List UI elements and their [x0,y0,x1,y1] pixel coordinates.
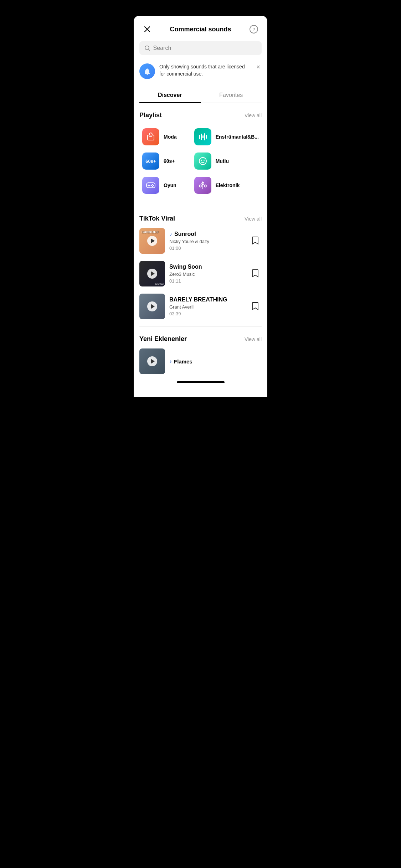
yeni-eklenenler-section-header: Yeni Eklenenler View all [134,335,267,348]
song-thumb-swing-soon: 03M032 [139,261,165,286]
song-artist-sunroof: Nicky Youre & dazy [169,239,245,244]
divider-2 [139,326,262,327]
preview-title: Flames [174,358,192,365]
svg-rect-13 [206,135,207,139]
playlist-item-sixties[interactable]: 60s+ 60s+ [139,149,191,173]
home-indicator [177,381,225,383]
song-title-sunroof: Sunroof [174,231,196,237]
tabs-container: Discover Favorites [139,88,262,103]
search-bar[interactable] [139,41,262,55]
svg-rect-7 [148,135,154,140]
bookmark-button-barely-breathing[interactable] [249,300,262,313]
playlist-thumb-elektronik [194,177,211,194]
svg-point-14 [199,157,206,165]
playlist-grid: Moda Enstrümantal&B... 60s+ 60s+ [134,125,267,197]
yeni-eklenenler-view-all[interactable]: View all [245,336,262,342]
preview-thumb [139,348,165,374]
svg-point-26 [199,185,201,187]
song-duration-sunroof: 01:00 [169,246,245,251]
playlist-item-mutlu[interactable]: Mutlu [191,149,262,173]
notification-close-button[interactable]: × [255,63,262,71]
notification-banner: Only showing sounds that are licensed fo… [139,62,262,81]
song-info-swing-soon: Swing Soon Zero3 Music 01:11 [169,264,245,284]
svg-text:?: ? [252,27,255,32]
song-item-swing-soon[interactable]: 03M032 Swing Soon Zero3 Music 01:11 [139,261,262,286]
divider-1 [139,206,262,206]
tab-favorites[interactable]: Favorites [201,88,262,103]
playlist-thumb-moda [142,128,159,145]
song-title-swing-soon: Swing Soon [169,264,202,270]
playlist-thumb-enstrumantel [194,128,211,145]
playlist-item-elektronik[interactable]: Elektronik [191,173,262,197]
song-info-sunroof: ♪ Sunroof Nicky Youre & dazy 01:00 [169,231,245,251]
song-info-barely-breathing: BARELY BREATHING Grant Averill 03:39 [169,296,245,316]
svg-rect-9 [199,135,200,139]
help-button[interactable]: ? [247,23,260,36]
playlist-item-oyun[interactable]: Oyun [139,173,191,197]
tiktok-viral-view-all[interactable]: View all [245,216,262,222]
tiktok-viral-title: TikTok Viral [139,215,175,222]
song-title-barely-breathing: BARELY BREATHING [169,296,227,303]
playlist-thumb-oyun [142,177,159,194]
svg-point-22 [151,185,152,186]
svg-point-6 [147,74,148,75]
svg-point-15 [201,160,202,161]
notification-text: Only showing sounds that are licensed fo… [159,63,251,77]
song-thumb-barely-breathing [139,294,165,319]
yeni-eklenenler-preview: ♪ Flames [134,348,267,374]
playlist-label-mutlu: Mutlu [216,158,229,164]
svg-point-20 [152,184,153,185]
tiktok-viral-section-header: TikTok Viral View all [134,215,267,228]
bookmark-button-swing-soon[interactable] [249,267,262,280]
play-icon-swing-soon [147,269,157,279]
svg-rect-11 [202,135,204,138]
playlist-view-all[interactable]: View all [245,113,262,118]
song-artist-barely-breathing: Grant Averill [169,304,245,310]
playlist-section-header: Playlist View all [134,112,267,125]
song-artist-swing-soon: Zero3 Music [169,272,245,277]
svg-point-23 [152,186,153,187]
bookmark-button-sunroof[interactable] [249,234,262,247]
search-input[interactable] [153,45,257,51]
close-button[interactable] [141,23,154,36]
song-list: SUNROOF ♪ Sunroof Nicky Youre & dazy 01:… [134,228,267,319]
svg-point-16 [204,160,205,161]
song-thumb-sunroof: SUNROOF [139,228,165,254]
playlist-section-title: Playlist [139,112,162,119]
page-title: Commercial sounds [170,26,231,33]
play-icon-barely-breathing [147,301,157,311]
playlist-label-elektronik: Elektronik [216,182,240,188]
playlist-label-moda: Moda [164,134,177,140]
svg-rect-12 [204,133,205,140]
notification-icon [139,63,155,79]
play-icon-sunroof [147,236,157,246]
tab-discover[interactable]: Discover [139,88,201,103]
svg-point-21 [153,185,154,186]
search-icon [144,45,150,51]
song-duration-swing-soon: 01:11 [169,278,245,284]
playlist-item-moda[interactable]: Moda [139,125,191,149]
svg-rect-10 [201,134,202,140]
playlist-item-enstrumantel[interactable]: Enstrümantal&B... [191,125,262,149]
playlist-label-oyun: Oyun [164,182,176,188]
playlist-thumb-sixties: 60s+ [142,153,159,170]
svg-line-5 [149,49,150,50]
playlist-label-sixties: 60s+ [164,158,175,164]
song-item-barely-breathing[interactable]: BARELY BREATHING Grant Averill 03:39 [139,294,262,319]
viral-icon-sunroof: ♪ [169,231,172,237]
song-item-sunroof[interactable]: SUNROOF ♪ Sunroof Nicky Youre & dazy 01:… [139,228,262,254]
yeni-eklenenler-title: Yeni Eklenenler [139,335,187,343]
playlist-label-enstrumantel: Enstrümantal&B... [216,134,259,140]
play-icon-preview [147,356,157,366]
song-duration-barely-breathing: 03:39 [169,311,245,316]
playlist-thumb-mutlu [194,153,211,170]
svg-point-27 [204,185,206,187]
